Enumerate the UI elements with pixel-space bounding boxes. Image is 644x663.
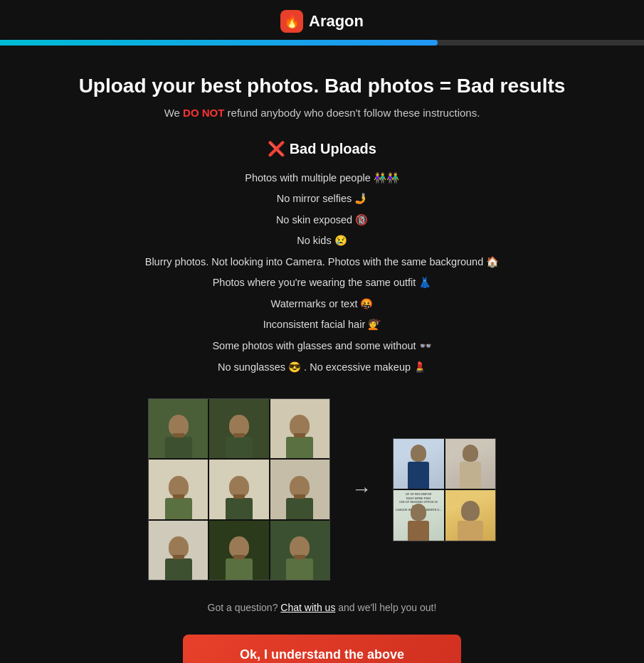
bad-uploads-section: ❌ Bad Uploads Photos with multiple peopl… <box>43 140 601 377</box>
list-item: Some photos with glasses and some withou… <box>43 336 601 356</box>
output-cell: OF OF RECOMFORRSUF BPME PEINION OF SEEKI… <box>394 490 444 541</box>
person-head <box>169 536 189 558</box>
input-cell <box>209 521 268 580</box>
input-cell <box>149 399 208 458</box>
input-photo-grid <box>148 398 330 580</box>
list-item: Watermarks or text 🤬 <box>43 295 601 314</box>
person-figure <box>165 536 192 580</box>
main-content: Upload your best photos. Bad photos = Ba… <box>0 46 644 663</box>
bad-uploads-title: ❌ Bad Uploads <box>43 140 601 157</box>
subtitle-before: We <box>164 107 183 119</box>
person-body <box>286 558 313 580</box>
list-item: No kids 😢 <box>43 231 601 251</box>
list-item: No mirror selfies 🤳 <box>43 189 601 209</box>
demo-section: → OF OF RECOMFORRSUF BPME PEINION OF <box>43 398 601 580</box>
chat-link[interactable]: Chat with us <box>280 602 335 613</box>
output-cell <box>445 439 496 489</box>
subtitle: We DO NOT refund anybody who doesn't fol… <box>43 107 601 119</box>
person-body <box>165 437 192 458</box>
person-body <box>286 498 313 519</box>
list-item: Photos with multiple people 👫👫 <box>43 169 601 189</box>
footer-after: and we'll help you out! <box>335 602 436 613</box>
svg-text:🔥: 🔥 <box>284 14 300 29</box>
person-figure <box>286 415 313 458</box>
person-head <box>229 536 249 558</box>
progress-bar-fill <box>0 40 438 46</box>
person-figure <box>226 536 253 580</box>
person-head <box>290 476 310 497</box>
subtitle-highlight: DO NOT <box>183 107 224 119</box>
person-head <box>169 415 189 436</box>
list-item: No sunglasses 😎 . No excessive makeup 💄 <box>43 358 601 378</box>
input-cell <box>270 521 329 580</box>
person-figure <box>286 476 313 519</box>
arrow-icon: → <box>352 478 371 501</box>
page-title: Upload your best photos. Bad photos = Ba… <box>43 74 601 98</box>
cta-button[interactable]: Ok, I understand the above <box>183 635 461 663</box>
person-figure <box>165 415 192 458</box>
person-body <box>286 437 313 458</box>
subtitle-after: refund anybody who doesn't follow these … <box>224 107 480 119</box>
person-body <box>165 498 192 519</box>
input-cell <box>209 460 268 519</box>
input-cell <box>149 460 208 519</box>
person-figure <box>226 476 253 519</box>
person-head <box>290 536 310 558</box>
person-figure <box>286 536 313 580</box>
person-body <box>226 437 253 458</box>
list-item: Inconsistent facial hair 💇 <box>43 315 601 335</box>
output-cell <box>445 490 496 541</box>
app-header: 🔥 Aragon <box>0 0 644 40</box>
footer-before: Got a question? <box>208 602 281 613</box>
output-cell <box>394 439 444 489</box>
input-cell <box>270 460 329 519</box>
person-figure <box>226 415 253 458</box>
output-photo-grid: OF OF RECOMFORRSUF BPME PEINION OF SEEKI… <box>393 438 496 541</box>
progress-bar-container <box>0 40 644 46</box>
person-head <box>290 415 310 436</box>
person-head <box>229 476 249 497</box>
person-body <box>226 558 253 580</box>
input-cell <box>209 399 268 458</box>
person-body <box>226 498 253 519</box>
input-cell <box>270 399 329 458</box>
list-item: No skin exposed 🔞 <box>43 211 601 230</box>
bad-uploads-list: Photos with multiple people 👫👫 No mirror… <box>43 169 601 377</box>
input-cell <box>149 521 208 580</box>
list-item: Photos where you're wearing the same out… <box>43 273 601 293</box>
app-logo: 🔥 <box>280 10 303 33</box>
list-item: Blurry photos. Not looking into Camera. … <box>43 253 601 272</box>
footer-text: Got a question? Chat with us and we'll h… <box>43 602 601 613</box>
person-figure <box>165 476 192 519</box>
person-head <box>229 415 249 436</box>
person-head <box>169 476 189 497</box>
person-body <box>165 558 192 580</box>
app-title: Aragon <box>309 12 364 31</box>
